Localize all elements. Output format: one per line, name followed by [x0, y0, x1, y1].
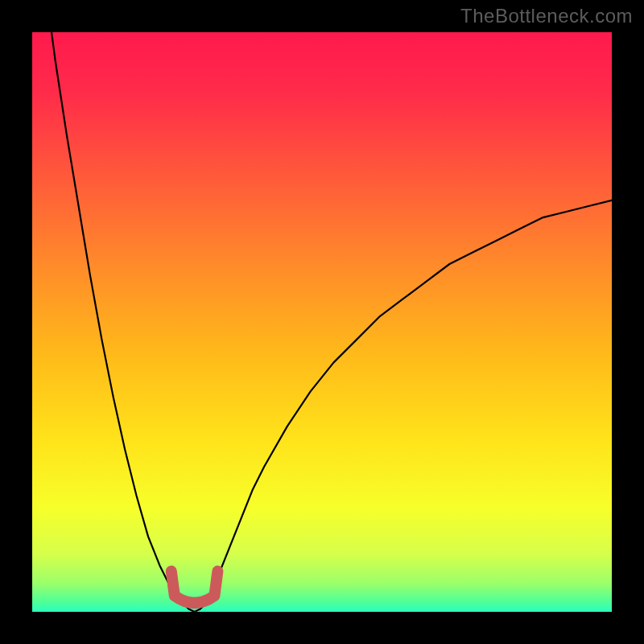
watermark-text: TheBottleneck.com — [460, 5, 633, 27]
curve-path — [32, 32, 612, 612]
chart-frame: TheBottleneck.com — [0, 0, 644, 644]
bottleneck-curve — [32, 32, 612, 612]
plot-area — [32, 32, 612, 612]
optimal-range-highlight — [171, 572, 218, 603]
